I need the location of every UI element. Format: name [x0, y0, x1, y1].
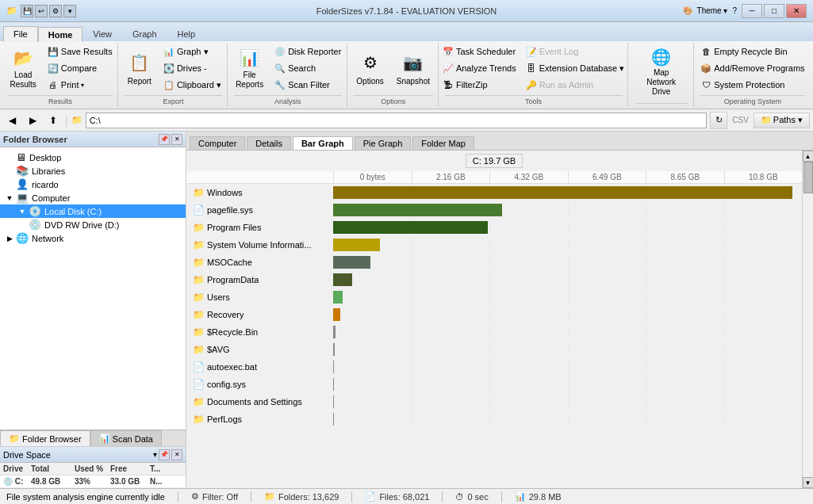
analyze-trends-button[interactable]: 📈 Analyze Trends — [439, 60, 520, 76]
task-scheduler-button[interactable]: 📅 Task Scheduler — [439, 44, 520, 59]
tree-item-computer[interactable]: ▼ 💻 Computer — [0, 191, 186, 204]
bar-area-8 — [333, 325, 802, 339]
address-bar[interactable]: C:\ — [86, 113, 708, 128]
tree-item-network[interactable]: ▶ 🌐 Network — [0, 231, 186, 245]
computer-label: Computer — [32, 193, 70, 203]
filterzip-button[interactable]: 🗜 FilterZip — [439, 77, 520, 93]
scroll-thumb[interactable] — [803, 162, 813, 193]
event-log-button[interactable]: 📝 Event Log — [522, 44, 629, 59]
bar-row-8[interactable]: 📁$Recycle.Bin — [186, 323, 802, 341]
tree-item-libraries[interactable]: 📚 Libraries — [0, 164, 186, 178]
bar-name-text-4: MSOCache — [207, 258, 252, 267]
bar-row-9[interactable]: 📁$AVG — [186, 341, 802, 358]
forward-button[interactable]: ▶ — [24, 112, 41, 129]
extension-database-button[interactable]: 🗄 Extension Database ▾ — [522, 60, 629, 76]
add-remove-programs-button[interactable]: 📦 Add/Remove Programs — [696, 60, 808, 76]
bar-row-12[interactable]: 📁Documents and Settings — [186, 393, 802, 410]
theme-icon[interactable]: 🎨 — [683, 6, 692, 15]
bar-row-3[interactable]: 📁System Volume Informati... — [186, 236, 802, 254]
tab-file[interactable]: File — [3, 26, 38, 42]
bar-name-text-8: $Recycle.Bin — [207, 327, 258, 337]
run-as-admin-button[interactable]: 🔑 Run as Admin — [522, 77, 629, 93]
ribbon-group-results: 📂 LoadResults 💾 Save Results 🔄 Compare 🖨 — [3, 43, 118, 107]
scroll-track[interactable] — [803, 162, 814, 477]
tab-details[interactable]: Details — [247, 136, 291, 150]
tab-folder-map[interactable]: Folder Map — [412, 136, 474, 150]
toggle-network[interactable]: ▶ — [5, 235, 14, 242]
disk-reporter-button[interactable]: 💿 Disk Reporter — [270, 44, 345, 59]
tree-item-dvd-drive-d[interactable]: 💿 DVD RW Drive (D:) — [0, 218, 186, 231]
scan-filter-button[interactable]: 🔧 Scan Filter — [270, 77, 345, 93]
scroll-down-button[interactable]: ▼ — [803, 477, 814, 488]
bar-row-1[interactable]: 📄pagefile.sys — [186, 201, 802, 219]
drives-button[interactable]: 💽 Drives - — [159, 60, 225, 76]
bar-row-4[interactable]: 📁MSOCache — [186, 254, 802, 271]
tab-view[interactable]: View — [82, 26, 122, 41]
empty-recycle-bin-button[interactable]: 🗑 Empty Recycle Bin — [696, 44, 808, 59]
tab-home[interactable]: Home — [38, 27, 83, 42]
maximize-button[interactable]: □ — [764, 4, 784, 18]
bar-row-7[interactable]: 📁Recovery — [186, 306, 802, 323]
options-button[interactable]: ⚙ Options — [351, 43, 389, 94]
quick-arrow-icon[interactable]: ▾ — [63, 5, 76, 17]
bar-file-icon-7: 📁 — [193, 309, 205, 320]
tab-computer[interactable]: Computer — [190, 136, 245, 150]
compare-button[interactable]: 🔄 Compare — [44, 60, 117, 76]
print-icon: 🖨 — [48, 79, 59, 90]
toggle-c-drive[interactable]: ▼ — [17, 208, 27, 216]
tab-help[interactable]: Help — [167, 26, 206, 41]
refresh-button[interactable]: ↻ — [710, 112, 727, 129]
drive-row-c[interactable]: 💿 C: 49.8 GB 33% 33.0 GB N... — [0, 475, 186, 488]
close-drive-panel-button[interactable]: ✕ — [171, 449, 182, 460]
scroll-up-button[interactable]: ▲ — [803, 151, 814, 162]
file-reports-button[interactable]: 📊 FileReports — [230, 43, 269, 94]
quick-access-icons: 💾 ↩ ⚙ ▾ — [21, 5, 76, 17]
search-icon: 🔍 — [274, 63, 286, 74]
scan-data-tab[interactable]: 📊 Scan Data — [90, 430, 162, 446]
bar-file-icon-11: 📄 — [193, 379, 205, 390]
quick-save-icon[interactable]: 💾 — [21, 5, 33, 17]
folder-browser-tab[interactable]: 📁 Folder Browser — [0, 430, 90, 446]
tab-pie-graph[interactable]: Pie Graph — [355, 136, 412, 150]
pin-drive-panel-button[interactable]: 📌 — [159, 449, 170, 460]
report-button[interactable]: 📋 Report — [121, 43, 158, 94]
system-protection-button[interactable]: 🛡 System Protection — [696, 77, 808, 93]
tree-item-ricardo[interactable]: 👤 ricardo — [0, 178, 186, 191]
pin-panel-button[interactable]: 📌 — [159, 134, 170, 145]
back-button[interactable]: ◀ — [3, 112, 21, 129]
map-network-drive-button[interactable]: 🌐 Map NetworkDrive — [635, 47, 688, 97]
bar-row-2[interactable]: 📁Program Files — [186, 219, 802, 236]
quick-undo-icon[interactable]: ↩ — [35, 5, 48, 17]
bar-row-5[interactable]: 📁ProgramData — [186, 271, 802, 288]
print-button[interactable]: 🖨 Print ▾ — [44, 77, 117, 93]
save-results-button[interactable]: 💾 Save Results — [44, 44, 117, 59]
folders-text: Folders: 13,629 — [278, 492, 339, 502]
tab-graph[interactable]: Graph — [122, 26, 167, 41]
drive-panel-dropdown-icon[interactable]: ▾ — [153, 450, 157, 459]
close-panel-button[interactable]: ✕ — [171, 134, 182, 145]
drives-icon: 💽 — [163, 63, 174, 74]
close-button[interactable]: ✕ — [786, 4, 807, 18]
toggle-computer[interactable]: ▼ — [5, 194, 14, 202]
minimize-button[interactable]: ─ — [742, 4, 762, 18]
graph-button[interactable]: 📊 Graph ▾ — [159, 44, 225, 59]
search-button[interactable]: 🔍 Search — [270, 60, 345, 76]
bar-row-13[interactable]: 📁PerfLogs — [186, 410, 802, 428]
snapshot-button[interactable]: 📷 Snapshot — [391, 43, 435, 94]
window-controls: 🎨 Theme ▾ ? ─ □ ✕ — [683, 4, 807, 18]
bar-row-10[interactable]: 📄autoexec.bat — [186, 358, 802, 376]
help-btn[interactable]: ? — [732, 6, 737, 15]
bar-name-text-0: Windows — [207, 188, 243, 197]
tree-item-local-disk-c[interactable]: ▼ 💿 Local Disk (C:) — [0, 204, 186, 218]
tree-item-desktop[interactable]: 🖥 Desktop — [0, 151, 186, 164]
tab-bar-graph[interactable]: Bar Graph — [293, 136, 353, 150]
bar-area-13 — [333, 412, 802, 426]
clipboard-button[interactable]: 📋 Clipboard ▾ — [159, 77, 225, 93]
up-button[interactable]: ⬆ — [44, 112, 62, 129]
bar-row-0[interactable]: 📁Windows — [186, 184, 802, 201]
bar-row-6[interactable]: 📁Users — [186, 288, 802, 306]
quick-settings-icon[interactable]: ⚙ — [49, 5, 62, 17]
load-results-button[interactable]: 📂 LoadResults — [4, 43, 41, 94]
bar-row-11[interactable]: 📄config.sys — [186, 376, 802, 393]
paths-button[interactable]: 📁 Paths ▾ — [754, 113, 810, 128]
